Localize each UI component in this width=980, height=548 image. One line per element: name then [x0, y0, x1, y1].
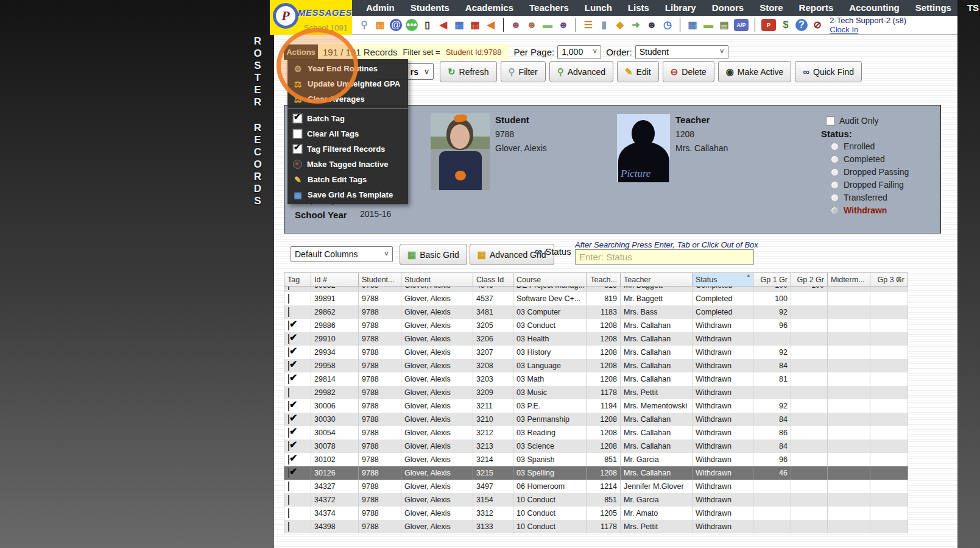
clock-icon[interactable]: ◷ [661, 19, 674, 31]
sms-icon[interactable]: ••• [406, 19, 418, 31]
menu-item-clear-averages[interactable]: ⚖Clear Averages [287, 91, 408, 107]
edit-button[interactable]: ✎Edit [617, 61, 659, 82]
filter-button[interactable]: ⚲Filter [501, 61, 546, 82]
ap-icon[interactable]: A/P [734, 19, 749, 31]
table-row[interactable]: 298629788Glover, Alexis348103 Computer11… [284, 305, 908, 319]
megaphone-icon[interactable]: ◀ [485, 19, 497, 31]
staff-icon[interactable]: ☻ [646, 19, 658, 31]
table-row[interactable]: 300069788Glover, Alexis321103 P.E.1194Mr… [284, 399, 908, 413]
refresh-button[interactable]: ↻Refresh [440, 61, 497, 82]
row-tag-checkbox[interactable] [288, 361, 289, 371]
status-radio[interactable] [831, 207, 839, 215]
status-radio[interactable] [831, 181, 839, 189]
table-row[interactable]: 298149788Glover, Alexis320303 Math1208Mr… [284, 372, 908, 386]
nav-item-settings[interactable]: Settings [908, 0, 959, 16]
row-tag-checkbox[interactable] [288, 321, 289, 330]
table-row[interactable]: 398829788Glover, Alexis4546DE Project Ma… [284, 286, 908, 292]
status-radio[interactable] [831, 194, 839, 202]
status-radio[interactable] [831, 143, 839, 151]
table-row[interactable]: 298869788Glover, Alexis320503 Conduct120… [284, 319, 908, 332]
make-active-button[interactable]: ◉Make Active [718, 61, 792, 82]
nav-item-teachers[interactable]: Teachers [521, 0, 577, 16]
help-icon[interactable]: ? [795, 19, 808, 31]
nav-item-library[interactable]: Library [657, 0, 704, 16]
column-header-gp1gr[interactable]: Gp 1 Gr [753, 273, 791, 286]
row-tag-checkbox[interactable] [288, 286, 289, 290]
pdf-icon[interactable]: P [761, 19, 776, 31]
table-row[interactable]: 301269788Glover, Alexis321503 Spelling12… [284, 466, 908, 480]
column-header-student[interactable]: Student... [359, 273, 401, 286]
fridge-icon[interactable]: ▮ [598, 19, 610, 31]
table-row[interactable]: 299109788Glover, Alexis320603 Health1208… [284, 332, 908, 346]
table-row[interactable]: 301029788Glover, Alexis321403 Spanish851… [284, 453, 908, 466]
column-header-midterm[interactable]: Midterm... [828, 273, 870, 286]
row-tag-checkbox[interactable] [288, 388, 289, 397]
status-option-enrolled[interactable]: Enrolled [831, 142, 909, 151]
clock-in-link[interactable]: Clock In [830, 25, 858, 34]
column-header-gp2gr[interactable]: Gp 2 Gr [791, 273, 828, 286]
add-student-icon[interactable]: ☻ [510, 19, 522, 31]
table-row[interactable]: 299349788Glover, Alexis320703 History120… [284, 346, 908, 359]
app-logo[interactable]: P MESSAGES School 1091 [270, 0, 352, 35]
stop-icon[interactable]: ⊘ [811, 19, 823, 31]
column-header-id[interactable]: Id # [311, 273, 359, 286]
payment-icon[interactable]: ▬ [702, 19, 714, 31]
table-row[interactable]: 300549788Glover, Alexis321203 Reading120… [284, 426, 908, 439]
row-tag-checkbox[interactable] [288, 482, 289, 491]
menu-item-tag-filtered-records[interactable]: Tag Filtered Records [287, 141, 408, 157]
nav-item-students[interactable]: Students [403, 0, 457, 16]
column-header-course[interactable]: Course [513, 273, 587, 286]
student-icon[interactable]: ☻ [526, 19, 538, 31]
quick-find-button[interactable]: ∞Quick Find [795, 61, 862, 82]
row-tag-checkbox[interactable] [288, 334, 289, 344]
bell-icon[interactable]: ◆ [614, 19, 626, 31]
audit-only-checkbox[interactable] [826, 116, 835, 126]
schedule-icon[interactable]: ▦ [453, 19, 465, 31]
ticket-icon[interactable]: ▬ [541, 19, 554, 31]
column-header-teacher[interactable]: Teacher [621, 273, 693, 286]
table-row[interactable]: 300309788Glover, Alexis321003 Penmanship… [284, 413, 908, 426]
row-tag-checkbox[interactable] [288, 307, 289, 317]
nav-item-reports[interactable]: Reports [791, 0, 842, 16]
row-tag-checkbox[interactable] [288, 468, 289, 478]
menu-item-save-grid-as-template[interactable]: ▦Save Grid As Template [287, 187, 408, 202]
row-tag-checkbox[interactable] [288, 441, 289, 451]
forward-message-icon[interactable]: ➜ [630, 19, 642, 31]
basic-grid-button[interactable]: ▦ Basic Grid [400, 244, 467, 265]
calendar-grid-icon[interactable]: ▦ [374, 19, 386, 31]
audit-only-option[interactable]: Audit Only [826, 116, 879, 126]
nav-item-donors[interactable]: Donors [704, 0, 752, 16]
row-tag-checkbox[interactable] [288, 401, 289, 411]
scroll-up-arrow-icon[interactable]: ▲ [895, 274, 903, 283]
search-icon[interactable]: ⚲ [358, 19, 370, 31]
row-tag-checkbox[interactable] [288, 508, 289, 518]
nav-item-academics[interactable]: Academics [457, 0, 521, 16]
column-header-classid[interactable]: Class Id [473, 273, 513, 286]
row-tag-checkbox[interactable] [288, 428, 289, 438]
column-header-student[interactable]: Student [401, 273, 473, 286]
table-row[interactable]: 300789788Glover, Alexis321303 Science120… [284, 439, 908, 453]
status-radio[interactable] [831, 168, 839, 176]
table-row[interactable]: 299589788Glover, Alexis320803 Language12… [284, 359, 908, 372]
actions-menu-button[interactable]: Actions [284, 44, 318, 60]
status-option-withdrawn[interactable]: Withdrawn [831, 206, 909, 215]
row-tag-checkbox[interactable] [288, 294, 289, 304]
cash-register-icon[interactable]: ▤ [718, 19, 730, 31]
nav-item-ts[interactable]: TS [959, 0, 980, 16]
status-option-dropped-failing[interactable]: Dropped Failing [831, 180, 909, 189]
status-option-dropped-passing[interactable]: Dropped Passing [831, 168, 909, 176]
row-tag-checkbox[interactable] [288, 495, 289, 505]
menu-item-batch-edit-tags[interactable]: ✎Batch Edit Tags [287, 172, 408, 187]
row-tag-checkbox[interactable] [288, 455, 289, 464]
family-icon[interactable]: ☻ [557, 19, 569, 31]
menu-item-update-unweighted-gpa[interactable]: ⚖Update Unweighted GPA [287, 76, 408, 91]
speaker-icon[interactable]: ◀ [437, 19, 449, 31]
menu-item-batch-tag[interactable]: Batch Tag [287, 111, 408, 126]
table-row[interactable]: 299829788Glover, Alexis320903 Music1178M… [284, 386, 908, 399]
per-page-select[interactable]: 1,000 [557, 45, 601, 59]
menu-item-clear-all-tags[interactable]: Clear All Tags [287, 126, 408, 141]
row-tag-checkbox[interactable] [288, 415, 289, 424]
table-row[interactable]: 343279788Glover, Alexis349706 Homeroom12… [284, 480, 908, 493]
money-icon[interactable]: $ [780, 19, 792, 31]
email-icon[interactable]: @ [390, 19, 402, 31]
